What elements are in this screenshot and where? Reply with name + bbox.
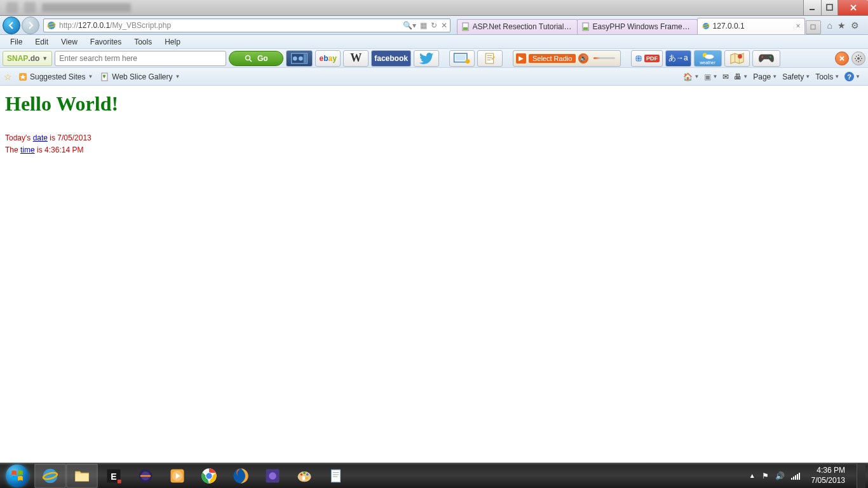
taskbar-explorer[interactable] <box>66 464 98 488</box>
page-dropdown[interactable]: Page▼ <box>753 72 777 81</box>
flag-icon[interactable]: ⚑ <box>762 471 769 480</box>
svg-point-61 <box>269 472 276 480</box>
taskbar-app-e[interactable]: E <box>98 464 130 488</box>
feeds-dropdown[interactable]: ▣▼ <box>704 72 717 81</box>
volume-icon: 🔊 <box>578 53 588 64</box>
snapdo-brand-2: .do <box>28 54 39 63</box>
facebook-button[interactable]: facebook <box>371 50 411 67</box>
add-favorite-icon[interactable]: ☆ <box>4 72 12 82</box>
toolbar-search-box[interactable] <box>55 51 226 66</box>
tab-aspnet[interactable]: ASP.Net Resection Tutorial | ... <box>457 19 578 34</box>
maps-button[interactable] <box>724 50 750 67</box>
mail-icon: ✉ <box>722 72 729 81</box>
address-bar[interactable]: http://127.0.0.1/My_VBScript.php 🔍▾ ▦ ↻ … <box>43 18 451 32</box>
web-slice-button[interactable]: Web Slice Gallery ▼ <box>97 71 184 83</box>
tools-dropdown[interactable]: Tools▼ <box>815 72 839 81</box>
new-tab-button[interactable] <box>806 20 821 34</box>
stop-icon[interactable]: ✕ <box>441 21 447 30</box>
start-button[interactable] <box>0 463 34 489</box>
toolbar-close-icon[interactable] <box>835 51 849 65</box>
svg-rect-10 <box>811 25 815 29</box>
time-link[interactable]: time <box>20 146 35 154</box>
ie-icon <box>46 20 57 30</box>
minimize-button[interactable] <box>803 0 821 15</box>
svg-point-34 <box>857 57 860 60</box>
video-button[interactable] <box>286 50 313 67</box>
suggested-sites-button[interactable]: Suggested Sites ▼ <box>15 71 97 83</box>
taskbar-chrome[interactable] <box>193 464 225 488</box>
search-input[interactable] <box>59 54 222 63</box>
svg-rect-50 <box>118 479 121 483</box>
tab-label: 127.0.0.1 <box>713 22 794 30</box>
tab-easyphp[interactable]: EasyPHP Windows Framewor... <box>577 19 698 34</box>
menu-file[interactable]: File <box>4 36 29 48</box>
settings-gear-icon[interactable]: ⚙ <box>851 20 859 30</box>
snapdo-logo[interactable]: SNAP.do ▼ <box>3 51 52 66</box>
home-icon[interactable]: ⌂ <box>827 20 832 30</box>
taskbar-firefox[interactable] <box>225 464 257 488</box>
radio-button[interactable]: ▶ Select Radio 🔊 <box>513 50 621 67</box>
svg-point-58 <box>206 473 212 478</box>
help-dropdown[interactable]: ?▼ <box>844 72 860 81</box>
go-button[interactable]: Go <box>229 51 283 66</box>
svg-point-24 <box>635 55 642 62</box>
search-dropdown-icon[interactable]: 🔍▾ <box>403 21 416 30</box>
favorites-star-icon[interactable]: ★ <box>837 20 846 30</box>
menu-edit[interactable]: Edit <box>29 36 55 48</box>
menu-view[interactable]: View <box>55 36 84 48</box>
tab-localhost[interactable]: 127.0.0.1 × <box>697 18 805 34</box>
home-dropdown[interactable]: 🏠▼ <box>683 72 699 81</box>
back-button[interactable] <box>3 17 20 34</box>
network-icon[interactable] <box>791 472 800 480</box>
games-button[interactable] <box>752 50 780 67</box>
maximize-button[interactable] <box>821 0 837 15</box>
close-button[interactable] <box>837 0 868 15</box>
tray-date: 7/05/2013 <box>811 476 845 486</box>
wikipedia-button[interactable]: W <box>343 50 369 67</box>
ebay-button[interactable]: ebay <box>315 50 341 67</box>
svg-rect-5 <box>463 27 468 30</box>
refresh-icon[interactable]: ↻ <box>431 21 437 30</box>
notepad-button[interactable] <box>477 50 503 67</box>
translate-button[interactable]: あ→a <box>665 50 691 67</box>
favorites-bar: ☆ Suggested Sites ▼ Web Slice Gallery ▼ … <box>0 68 868 86</box>
compat-view-icon[interactable]: ▦ <box>420 21 427 30</box>
safety-dropdown[interactable]: Safety▼ <box>782 72 810 81</box>
gamepad-icon <box>758 53 775 64</box>
svg-rect-1 <box>827 4 832 10</box>
screenshot-button[interactable] <box>449 50 475 67</box>
menu-tools[interactable]: Tools <box>128 36 158 48</box>
taskbar-app-purple[interactable] <box>257 464 288 488</box>
date-link[interactable]: date <box>33 133 48 142</box>
toolbar-settings-icon[interactable] <box>851 51 865 65</box>
ebay-icon: ebay <box>320 53 337 63</box>
print-dropdown[interactable]: 🖶▼ <box>734 72 748 81</box>
svg-rect-53 <box>140 475 151 476</box>
mail-button[interactable]: ✉ <box>722 72 729 81</box>
pdf-button[interactable]: PDF <box>631 50 663 67</box>
address-bar-controls: 🔍▾ ▦ ↻ ✕ <box>403 21 447 30</box>
menu-help[interactable]: Help <box>158 36 187 48</box>
weather-button[interactable]: weather <box>694 50 722 67</box>
menu-favorites[interactable]: Favorites <box>84 36 128 48</box>
svg-line-12 <box>250 60 252 62</box>
taskbar-paint[interactable] <box>288 464 320 488</box>
page-icon <box>581 22 590 31</box>
twitter-button[interactable] <box>414 50 439 67</box>
clock[interactable]: 4:36 PM 7/05/2013 <box>806 466 850 485</box>
show-desktop-button[interactable] <box>857 463 865 489</box>
taskbar-eclipse[interactable] <box>130 464 161 488</box>
system-tray: ▲ ⚑ 🔊 4:36 PM 7/05/2013 <box>747 463 868 489</box>
forward-button[interactable] <box>22 17 39 34</box>
volume-slider[interactable] <box>593 57 615 59</box>
tray-chevron-icon[interactable]: ▲ <box>749 472 756 479</box>
page-content: Hello World! Today's date is 7/05/2013 T… <box>0 86 868 161</box>
volume-icon[interactable]: 🔊 <box>775 471 785 480</box>
svg-point-66 <box>306 477 308 479</box>
taskbar-ie[interactable] <box>34 464 66 488</box>
svg-line-42 <box>860 56 862 57</box>
svg-rect-73 <box>793 477 794 480</box>
tab-close-icon[interactable]: × <box>796 22 801 30</box>
taskbar-mediaplayer[interactable] <box>161 464 193 488</box>
taskbar-notepad[interactable] <box>320 464 352 488</box>
